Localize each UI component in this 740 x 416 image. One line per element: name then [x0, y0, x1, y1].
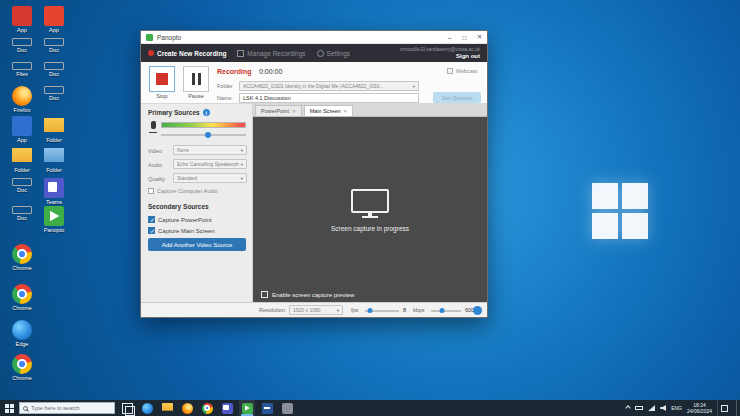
- desktop-icon-app-blue[interactable]: App: [8, 116, 36, 143]
- fps-slider[interactable]: [365, 310, 399, 312]
- desktop-icon-label: Doc: [40, 47, 68, 53]
- kbps-handle[interactable]: [439, 308, 444, 313]
- taskbar-teams-icon[interactable]: [219, 400, 235, 416]
- desktop-icon-label: Chrome: [8, 305, 36, 311]
- desktop-icon-label: App: [40, 27, 68, 33]
- taskbar-firefox-icon[interactable]: [179, 400, 195, 416]
- desktop-icon-label: App: [8, 27, 36, 33]
- stop-button[interactable]: [149, 66, 175, 92]
- notification-icon: [721, 405, 728, 412]
- kbps-slider[interactable]: [431, 310, 461, 312]
- desktop-icon-app-red[interactable]: App: [8, 6, 36, 33]
- desktop-icon-chrome[interactable]: Chrome: [8, 244, 36, 271]
- desktop-icon-document[interactable]: Doc: [40, 86, 68, 101]
- capture-computer-audio-box[interactable]: [148, 188, 154, 194]
- info-icon[interactable]: i: [203, 109, 210, 116]
- system-tray: ENG 18:24 24/06/2024: [626, 400, 740, 416]
- checkbox-box[interactable]: [148, 227, 155, 234]
- tab-close-icon[interactable]: ×: [344, 108, 348, 114]
- pause-label: Pause: [183, 93, 209, 99]
- close-button[interactable]: ✕: [472, 31, 487, 44]
- folder-dropdown[interactable]: ACCA4822_GS01 Identity in the Digital Me…: [239, 81, 419, 91]
- tray-chevron-icon[interactable]: [625, 405, 631, 411]
- secondary-source-checkbox[interactable]: Capture PowerPoint: [141, 214, 253, 225]
- desktop-icon-firefox[interactable]: Firefox: [8, 86, 36, 113]
- preview-tab[interactable]: PowerPoint ×: [255, 105, 302, 116]
- resolution-dropdown[interactable]: 1920 x 1080: [289, 305, 343, 315]
- capture-computer-audio-checkbox[interactable]: Capture Computer Audio: [148, 188, 218, 194]
- screen-capture-preview: Screen capture in progress Enable screen…: [253, 117, 487, 304]
- desktop-icon-glyph: [44, 86, 63, 94]
- nav-tab[interactable]: Manage Recordings: [237, 50, 305, 57]
- window-titlebar[interactable]: Panopto – □ ✕: [141, 31, 487, 44]
- taskbar-icon-glyph: [242, 403, 253, 414]
- desktop-icon-chrome[interactable]: Chrome: [8, 354, 36, 381]
- desktop-icon-document[interactable]: Doc: [8, 38, 36, 53]
- desktop-icon-label: Chrome: [8, 375, 36, 381]
- taskbar-search[interactable]: Type here to search: [19, 402, 115, 414]
- desktop-icon-folder-blue[interactable]: Folder: [40, 146, 68, 173]
- desktop-icon-teams[interactable]: Teams: [40, 178, 68, 205]
- pause-button[interactable]: [183, 66, 209, 92]
- source-dropdown[interactable]: None: [173, 145, 247, 155]
- network-icon[interactable]: [648, 405, 655, 411]
- join-session-button[interactable]: Join Session: [433, 92, 481, 103]
- info-button[interactable]: [473, 306, 482, 315]
- checkbox-box[interactable]: [148, 216, 155, 223]
- enable-preview-checkbox[interactable]: Enable screen capture preview: [261, 291, 354, 298]
- action-center-button[interactable]: [717, 400, 731, 416]
- user-email: crmoodle10.sandasemy@unisa.ac.uk: [400, 46, 480, 53]
- webcast-checkbox-box[interactable]: [447, 68, 453, 74]
- taskbar-app-icon[interactable]: [279, 400, 295, 416]
- sign-out-link[interactable]: Sign out: [400, 53, 480, 60]
- fps-handle[interactable]: [368, 308, 373, 313]
- desktop-icon-document[interactable]: Doc: [40, 62, 68, 77]
- desktop-icon-document[interactable]: Doc: [8, 178, 36, 193]
- windows-logo-icon: [5, 404, 14, 413]
- preview-tab[interactable]: Main Screen ×: [304, 105, 353, 116]
- source-dropdown[interactable]: Standard: [173, 173, 247, 183]
- session-name-input[interactable]: LSK 4.1 Discussion: [239, 93, 419, 103]
- taskbar-edge-icon[interactable]: [139, 400, 155, 416]
- desktop-icon-edge[interactable]: Edge: [8, 320, 36, 347]
- battery-icon[interactable]: [635, 406, 643, 410]
- desktop-icon-glyph: [44, 146, 64, 166]
- pause-icon: [192, 73, 201, 85]
- desktop-icon-document[interactable]: Doc: [8, 206, 36, 221]
- add-video-source-button[interactable]: Add Another Video Source: [148, 238, 246, 251]
- taskbar-panopto-icon[interactable]: [239, 400, 255, 416]
- volume-icon[interactable]: [660, 405, 666, 411]
- desktop-icon-panopto[interactable]: Panopto: [40, 206, 68, 233]
- nav-tab[interactable]: Settings: [317, 50, 351, 57]
- file-explorer-icon[interactable]: [159, 400, 175, 416]
- desktop-icon-folder[interactable]: Folder: [40, 116, 68, 143]
- mic-volume-handle[interactable]: [205, 132, 211, 138]
- desktop-icon-label: Folder: [8, 167, 36, 173]
- desktop-icon-document[interactable]: Files: [8, 62, 36, 77]
- show-desktop-button[interactable]: [736, 400, 739, 416]
- desktop-icon-glyph: [12, 62, 31, 70]
- secondary-source-checkbox[interactable]: Capture Main Screen: [141, 225, 253, 236]
- source-dropdown[interactable]: Echo Cancelling Speakerphone (Y...: [173, 159, 247, 169]
- desktop-icon-app-orange[interactable]: App: [40, 6, 68, 33]
- tab-close-icon[interactable]: ×: [292, 108, 296, 114]
- capture-message: Screen capture in progress: [331, 225, 409, 232]
- taskbar-word-icon[interactable]: [259, 400, 275, 416]
- language-indicator[interactable]: ENG: [671, 405, 682, 411]
- nav-tab[interactable]: Create New Recording: [148, 50, 226, 57]
- desktop-icon-label: App: [8, 137, 36, 143]
- desktop-icon-label: Doc: [40, 95, 68, 101]
- task-view-icon[interactable]: [119, 400, 135, 416]
- enable-preview-box[interactable]: [261, 291, 268, 298]
- taskbar-chrome-icon[interactable]: [199, 400, 215, 416]
- clock[interactable]: 18:24 24/06/2024: [687, 402, 712, 414]
- desktop-icon-folder[interactable]: Folder: [8, 146, 36, 173]
- desktop-icon-chrome[interactable]: Chrome: [8, 284, 36, 311]
- minimize-button[interactable]: –: [442, 31, 457, 44]
- tray-date: 24/06/2024: [687, 408, 712, 414]
- mic-volume-slider[interactable]: [161, 134, 246, 136]
- webcast-checkbox[interactable]: Webcast: [447, 68, 477, 74]
- start-button[interactable]: [0, 400, 18, 416]
- maximize-button[interactable]: □: [457, 31, 472, 44]
- desktop-icon-document[interactable]: Doc: [40, 38, 68, 53]
